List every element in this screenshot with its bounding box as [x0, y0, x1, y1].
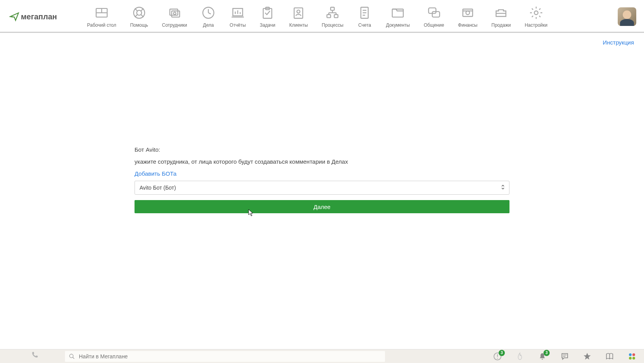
nav-item-invoices[interactable]: Счета [350, 5, 379, 28]
alerts-icon[interactable]: 3 [493, 352, 502, 361]
nav-item-deals[interactable]: Дела [194, 5, 223, 28]
nav-item-sales[interactable]: Продажи [484, 5, 518, 28]
nav-label: Клиенты [289, 22, 308, 28]
documents-icon [390, 5, 405, 20]
clients-icon [291, 5, 306, 20]
svg-line-44 [73, 357, 74, 359]
svg-point-11 [173, 12, 175, 14]
nav-label: Отчёты [230, 22, 246, 28]
nav-label: Помощь [130, 22, 148, 28]
next-button[interactable]: Далее [135, 200, 509, 213]
book-icon[interactable] [605, 352, 614, 361]
dashboard-icon [94, 5, 109, 20]
star-icon[interactable] [583, 352, 591, 361]
fire-icon[interactable] [516, 352, 524, 361]
nav-label: Настройки [525, 22, 547, 28]
svg-line-14 [208, 13, 211, 14]
nav-label: Дела [203, 22, 214, 28]
deals-icon [201, 5, 216, 20]
apps-icon[interactable] [628, 352, 636, 361]
bottom-bar: 3 3 [0, 349, 644, 363]
bot-select[interactable]: Avito Бот (Бот) [135, 181, 509, 195]
alerts-badge: 3 [499, 350, 505, 356]
svg-rect-24 [331, 7, 335, 10]
svg-rect-25 [327, 15, 331, 18]
nav-label: Документы [386, 22, 410, 28]
nav-item-clients[interactable]: Клиенты [282, 5, 315, 28]
svg-point-42 [534, 11, 538, 15]
user-avatar[interactable] [618, 7, 636, 26]
chat-icon [427, 5, 441, 20]
settings-icon [529, 5, 543, 20]
nav-label: Рабочий стол [87, 22, 116, 28]
top-navigation: мегаплан Рабочий столПомощьСотрудникиДел… [0, 0, 644, 33]
instruction-link-row: Инструкция [0, 33, 644, 46]
paper-plane-icon [9, 12, 19, 22]
sales-icon [494, 5, 508, 20]
brand-text: мегаплан [21, 12, 57, 21]
instruction-link[interactable]: Инструкция [603, 39, 634, 46]
phone-icon[interactable] [31, 351, 39, 360]
bottombar-right: 3 3 [493, 352, 636, 361]
form-subtitle: укажите сотрудника, от лица которого буд… [135, 158, 509, 165]
svg-point-23 [297, 10, 300, 13]
nav-label: Продажи [491, 22, 511, 28]
invoices-icon [357, 5, 372, 20]
search-wrap [65, 351, 385, 362]
nav-item-help[interactable]: Помощь [123, 5, 155, 28]
message-icon[interactable] [561, 352, 569, 361]
svg-line-6 [141, 9, 143, 11]
nav-item-employees[interactable]: Сотрудники [155, 5, 194, 28]
svg-line-8 [141, 15, 143, 17]
nav-label: Сотрудники [162, 22, 187, 28]
bot-select-wrap: Avito Бот (Бот) [135, 181, 509, 195]
form-title: Бот Avito: [135, 146, 509, 153]
processes-icon [325, 5, 340, 20]
search-input[interactable] [65, 351, 385, 362]
nav-item-chat[interactable]: Общение [417, 5, 451, 28]
employees-icon [167, 5, 182, 20]
bell-badge: 3 [543, 350, 550, 356]
nav-label: Процессы [322, 22, 343, 28]
nav-item-settings[interactable]: Настройки [518, 5, 554, 28]
logo[interactable]: мегаплан [9, 12, 57, 22]
nav-item-dashboard[interactable]: Рабочий стол [80, 5, 123, 28]
help-icon [132, 5, 147, 20]
nav-item-tasks[interactable]: Задачи [253, 5, 282, 28]
nav-items: Рабочий столПомощьСотрудникиДелаОтчётыЗа… [80, 5, 554, 28]
nav-label: Финансы [458, 22, 477, 28]
svg-point-4 [137, 10, 142, 15]
svg-line-5 [135, 9, 137, 11]
bell-icon[interactable]: 3 [538, 352, 547, 361]
nav-item-documents[interactable]: Документы [379, 5, 417, 28]
nav-label: Общение [424, 22, 444, 28]
nav-item-finance[interactable]: Финансы [451, 5, 484, 28]
reports-icon [230, 5, 245, 20]
nav-item-reports[interactable]: Отчёты [223, 5, 253, 28]
tasks-icon [260, 5, 275, 20]
add-bot-link[interactable]: Добавить БОТа [135, 170, 177, 177]
nav-item-processes[interactable]: Процессы [315, 5, 350, 28]
finance-icon [460, 5, 475, 20]
svg-line-7 [135, 15, 137, 17]
nav-label: Счета [358, 22, 371, 28]
main-content: Бот Avito: укажите сотрудника, от лица к… [135, 146, 509, 213]
svg-rect-38 [463, 9, 472, 17]
svg-point-39 [466, 11, 470, 15]
svg-rect-35 [392, 9, 404, 17]
nav-label: Задачи [260, 22, 275, 28]
svg-point-43 [70, 354, 73, 358]
svg-rect-26 [334, 15, 338, 18]
search-icon [69, 353, 75, 361]
